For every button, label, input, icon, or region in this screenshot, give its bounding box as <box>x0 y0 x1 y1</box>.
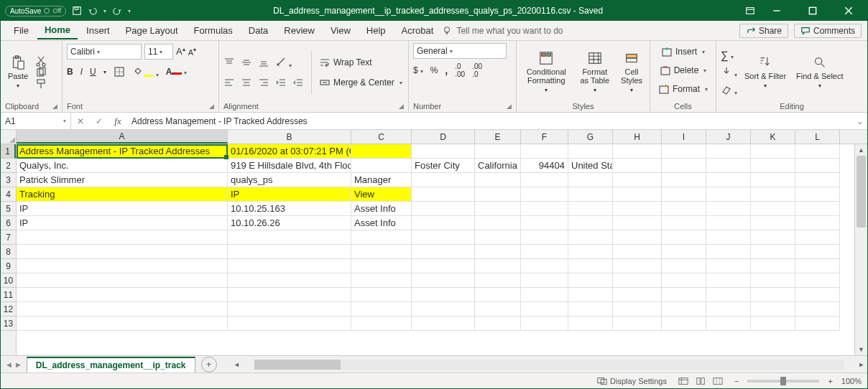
cell[interactable] <box>412 288 475 302</box>
cell[interactable] <box>228 317 351 331</box>
cell[interactable] <box>662 144 706 159</box>
cell[interactable] <box>795 144 840 159</box>
cell[interactable] <box>568 216 613 230</box>
italic-button[interactable]: I <box>80 67 83 77</box>
cell[interactable] <box>706 245 751 259</box>
paste-button[interactable]: Paste ▾ <box>5 53 31 92</box>
conditional-formatting-button[interactable]: Conditional Formatting▾ <box>521 49 572 96</box>
cell[interactable] <box>521 273 568 288</box>
fill-icon[interactable] <box>721 65 737 79</box>
cell[interactable] <box>613 230 662 245</box>
cell[interactable] <box>412 317 475 331</box>
cell[interactable] <box>751 202 795 216</box>
cell[interactable] <box>568 302 613 317</box>
cancel-formula-icon[interactable]: ✕ <box>71 113 90 129</box>
display-settings-button[interactable]: Display Settings <box>597 377 667 385</box>
cell[interactable] <box>351 302 412 317</box>
cell[interactable] <box>568 259 613 273</box>
cell[interactable] <box>412 216 475 230</box>
cell[interactable] <box>795 216 840 230</box>
cell[interactable] <box>751 216 795 230</box>
cell[interactable] <box>706 202 751 216</box>
cell[interactable] <box>568 230 613 245</box>
zoom-level[interactable]: 100% <box>841 377 862 385</box>
align-center-icon[interactable] <box>241 77 252 88</box>
cell[interactable] <box>706 230 751 245</box>
name-box[interactable]: A1▾ <box>1 113 71 129</box>
cell[interactable] <box>795 202 840 216</box>
cell[interactable] <box>662 230 706 245</box>
cut-icon[interactable] <box>35 55 47 67</box>
cell[interactable]: 01/16/2020 at 03:07:21 PM (GMT-0800) <box>228 144 351 159</box>
cell[interactable] <box>521 230 568 245</box>
row-header[interactable]: 10 <box>1 273 16 288</box>
cell[interactable] <box>521 259 568 273</box>
cell[interactable] <box>412 273 475 288</box>
font-name-select[interactable]: Calibri <box>67 44 142 60</box>
cell[interactable] <box>662 317 706 331</box>
cell[interactable] <box>475 273 521 288</box>
cell[interactable] <box>568 273 613 288</box>
zoom-slider[interactable] <box>747 380 819 383</box>
cell[interactable] <box>706 187 751 202</box>
cell[interactable] <box>751 317 795 331</box>
cell[interactable] <box>17 230 228 245</box>
cell[interactable] <box>228 288 351 302</box>
autosave-toggle[interactable]: AutoSave Off <box>5 6 66 17</box>
page-break-view-icon[interactable] <box>710 375 726 388</box>
decrease-font-icon[interactable]: A▾ <box>188 47 196 57</box>
row-header[interactable]: 8 <box>1 245 16 259</box>
save-icon[interactable] <box>72 6 82 16</box>
cell[interactable]: Address Management - IP Tracked Addresse… <box>17 144 228 159</box>
cell[interactable] <box>795 187 840 202</box>
cell[interactable]: California <box>475 159 521 173</box>
cell[interactable]: Asset Info <box>351 202 412 216</box>
cell[interactable] <box>412 202 475 216</box>
cell[interactable] <box>568 288 613 302</box>
column-header[interactable]: L <box>795 130 840 144</box>
cell[interactable] <box>568 187 613 202</box>
row-header[interactable]: 4 <box>1 187 16 202</box>
cell[interactable] <box>613 202 662 216</box>
cell[interactable]: Asset Info <box>351 216 412 230</box>
row-header[interactable]: 9 <box>1 259 16 273</box>
row-header[interactable]: 11 <box>1 288 16 302</box>
cell[interactable]: 919 E Hillsdale Blvd, 4th Floor <box>228 159 351 173</box>
cell[interactable] <box>613 302 662 317</box>
cell[interactable]: IP <box>17 216 228 230</box>
tab-scroll-last-icon[interactable]: ► <box>14 360 22 369</box>
cell[interactable]: qualys_ps <box>228 173 351 187</box>
column-header[interactable]: K <box>751 130 795 144</box>
row-header[interactable]: 6 <box>1 216 16 230</box>
column-header[interactable]: C <box>351 130 412 144</box>
cell[interactable] <box>613 317 662 331</box>
merge-center-button[interactable]: Merge & Center <box>319 74 402 91</box>
cell[interactable] <box>521 173 568 187</box>
cell[interactable] <box>412 173 475 187</box>
column-header[interactable]: D <box>412 130 475 144</box>
cell[interactable] <box>795 288 840 302</box>
cell[interactable] <box>706 288 751 302</box>
tab-file[interactable]: File <box>6 22 36 39</box>
cell[interactable] <box>662 288 706 302</box>
select-all-corner[interactable] <box>1 130 17 144</box>
cell[interactable] <box>521 245 568 259</box>
cell[interactable] <box>662 173 706 187</box>
cell[interactable] <box>706 216 751 230</box>
row-header[interactable]: 5 <box>1 202 16 216</box>
comments-button[interactable]: Comments <box>794 24 862 38</box>
cell[interactable] <box>751 187 795 202</box>
cell[interactable] <box>751 273 795 288</box>
cell[interactable]: 10.10.25.163 <box>228 202 351 216</box>
column-header[interactable]: J <box>706 130 751 144</box>
underline-button[interactable]: U <box>90 67 96 77</box>
cell[interactable] <box>795 245 840 259</box>
cell[interactable] <box>521 216 568 230</box>
cell[interactable] <box>662 259 706 273</box>
cell[interactable]: Manager <box>351 173 412 187</box>
cell[interactable] <box>662 216 706 230</box>
cell[interactable] <box>475 288 521 302</box>
delete-cells-button[interactable]: Delete <box>660 62 707 79</box>
tab-home[interactable]: Home <box>37 22 78 39</box>
row-header[interactable]: 2 <box>1 159 16 173</box>
